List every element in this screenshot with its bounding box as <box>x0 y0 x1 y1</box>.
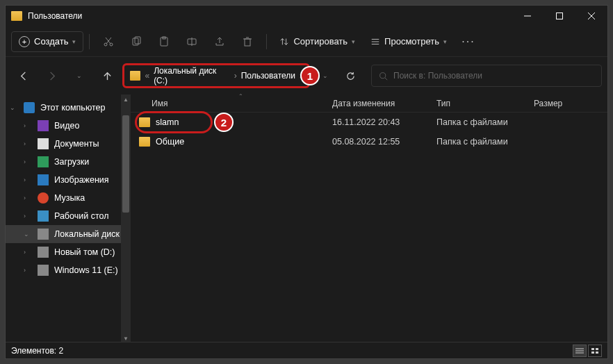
sort-button[interactable]: Сортировать ▾ <box>272 32 362 51</box>
sidebar-item-newvolume[interactable]: ›Новый том (D:) <box>6 243 131 261</box>
chevron-down-icon: ⌄ <box>10 104 18 111</box>
copy-button[interactable] <box>123 30 149 53</box>
explorer-window: Пользователи + Создать ▾ Сортировать ▾ <box>5 5 608 359</box>
column-headers[interactable]: ⌃ Имя Дата изменения Тип Размер <box>131 94 607 113</box>
details-view-button[interactable] <box>573 345 587 357</box>
view-button[interactable]: Просмотреть ▾ <box>363 32 454 51</box>
titlebar: Пользователи <box>6 6 607 26</box>
rename-button[interactable] <box>179 30 205 53</box>
drive-icon <box>38 229 49 240</box>
downloads-icon <box>38 156 49 167</box>
music-icon <box>38 192 49 204</box>
search-placeholder: Поиск в: Пользователи <box>393 71 482 81</box>
sidebar-root-thispc[interactable]: ⌄ Этот компьютер <box>6 99 131 117</box>
recent-button[interactable]: ⌄ <box>67 63 92 88</box>
sort-icon <box>279 37 289 47</box>
sidebar-item-pictures[interactable]: ›Изображения <box>6 171 131 189</box>
create-button[interactable]: + Создать ▾ <box>11 31 83 52</box>
chevron-right-icon: › <box>234 71 237 81</box>
breadcrumb-prefix: « <box>145 71 149 81</box>
column-size[interactable]: Размер <box>534 99 607 108</box>
desktop-icon <box>38 210 49 222</box>
chevron-right-icon: › <box>24 176 32 183</box>
refresh-button[interactable] <box>338 63 363 88</box>
minimize-button[interactable] <box>512 6 543 26</box>
column-date[interactable]: Дата изменения <box>332 99 436 108</box>
chevron-down-icon: ▾ <box>443 38 447 45</box>
drive-icon <box>38 265 49 276</box>
view-mode-switch <box>573 345 602 357</box>
sidebar-label: Видео <box>54 121 80 131</box>
svg-rect-29 <box>596 348 598 350</box>
file-row[interactable]: slamn 16.11.2022 20:43 Папка с файлами <box>131 113 607 132</box>
svg-rect-30 <box>591 351 594 354</box>
cut-button[interactable] <box>95 30 122 53</box>
sidebar-item-documents[interactable]: ›Документы <box>6 135 131 153</box>
more-button[interactable]: ··· <box>455 30 482 53</box>
video-icon <box>38 120 49 131</box>
back-button[interactable] <box>11 63 36 88</box>
search-icon <box>379 72 388 81</box>
close-button[interactable] <box>575 6 607 26</box>
separator <box>266 34 267 49</box>
window-controls <box>512 6 607 26</box>
thumbnails-view-button[interactable] <box>588 345 602 357</box>
column-name[interactable]: Имя <box>152 99 332 108</box>
window-title: Пользователи <box>28 11 82 21</box>
breadcrumb-part[interactable]: Пользователи <box>241 71 295 81</box>
sidebar-label: Документы <box>54 139 99 149</box>
sidebar-scrollbar[interactable]: ▲ ▼ <box>121 94 131 343</box>
sidebar-item-music[interactable]: ›Музыка <box>6 189 131 207</box>
chevron-right-icon: › <box>24 140 32 147</box>
separator <box>89 34 90 49</box>
sidebar-label: Загрузки <box>54 157 89 167</box>
toolbar: + Создать ▾ Сортировать ▾ Просмотреть ▾ … <box>6 26 607 57</box>
drive-icon <box>38 247 49 258</box>
status-count: Элементов: 2 <box>11 346 63 356</box>
documents-icon <box>38 138 49 149</box>
pictures-icon <box>38 174 49 185</box>
chevron-down-icon: ▾ <box>352 38 355 45</box>
annotation-badge-2: 2 <box>214 113 234 132</box>
file-date: 16.11.2022 20:43 <box>332 117 436 127</box>
plus-icon: + <box>19 36 30 47</box>
chevron-right-icon: › <box>24 213 32 220</box>
file-row[interactable]: Общие 05.08.2022 12:55 Папка с файлами <box>131 132 607 151</box>
sidebar-item-desktop[interactable]: ›Рабочий стол <box>6 207 131 225</box>
sidebar-label: Новый том (D:) <box>54 247 115 257</box>
paste-button[interactable] <box>151 30 177 53</box>
svg-line-24 <box>385 77 387 79</box>
delete-button[interactable] <box>234 30 261 53</box>
content-area: ⌄ Этот компьютер ›Видео ›Документы ›Загр… <box>6 94 607 343</box>
scroll-thumb[interactable] <box>122 115 129 213</box>
up-button[interactable] <box>95 63 120 88</box>
folder-icon <box>11 11 22 21</box>
sidebar-label: Музыка <box>54 193 85 203</box>
create-label: Создать <box>34 36 68 47</box>
sidebar-item-localdisk[interactable]: ⌄Локальный диск <box>6 225 131 243</box>
svg-rect-14 <box>245 39 250 46</box>
search-input[interactable]: Поиск в: Пользователи <box>371 65 602 87</box>
scroll-up-icon[interactable]: ▲ <box>121 94 131 104</box>
breadcrumb-part[interactable]: Локальный диск (C:) <box>154 66 230 85</box>
file-date: 05.08.2022 12:55 <box>332 137 436 147</box>
folder-icon <box>130 71 140 81</box>
sidebar-label: Локальный диск <box>54 229 120 239</box>
sidebar-item-video[interactable]: ›Видео <box>6 117 131 135</box>
svg-point-23 <box>380 72 386 78</box>
svg-rect-31 <box>596 351 598 354</box>
file-type: Папка с файлами <box>436 137 534 147</box>
maximize-button[interactable] <box>543 6 575 26</box>
svg-line-7 <box>106 38 111 44</box>
chevron-right-icon: › <box>24 195 32 201</box>
sidebar-item-downloads[interactable]: ›Загрузки <box>6 153 131 171</box>
sort-label: Сортировать <box>293 36 348 47</box>
column-type[interactable]: Тип <box>436 99 534 108</box>
address-bar[interactable]: « Локальный диск (C:) › Пользователи › 1 <box>122 63 310 88</box>
sidebar-label: Windows 11 (E:) <box>54 265 118 275</box>
forward-button[interactable] <box>39 63 64 88</box>
share-button[interactable] <box>206 30 233 53</box>
annotation-badge-1: 1 <box>300 66 320 85</box>
sidebar-item-windows11[interactable]: ›Windows 11 (E:) <box>6 261 131 279</box>
svg-rect-28 <box>591 348 594 350</box>
